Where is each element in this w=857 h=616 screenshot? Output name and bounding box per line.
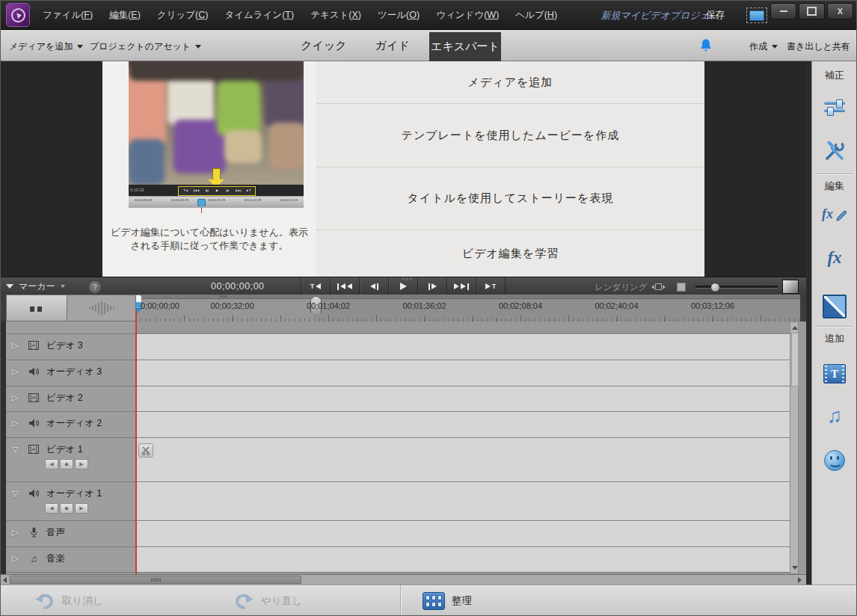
track-lane-3[interactable]	[136, 412, 790, 438]
scroll-right-icon[interactable]	[795, 575, 805, 585]
zoom-slider-knob[interactable]	[710, 283, 720, 292]
step-back-button[interactable]	[360, 277, 389, 295]
redo-button[interactable]: やり直し	[233, 585, 302, 616]
fx-edit-icon[interactable]: fx	[812, 206, 857, 226]
timeline-ruler[interactable]: 0;00;00;0000;00;32;0000;01;04;0200;01;36…	[136, 295, 800, 321]
menu-item-F[interactable]: ファイル(F)	[34, 9, 101, 22]
minimize-button[interactable]	[770, 3, 796, 19]
expand-track-icon[interactable]: ▷	[12, 341, 21, 351]
undo-button[interactable]: 取り消し	[34, 585, 103, 616]
track-display-settings-button[interactable]	[6, 295, 67, 321]
project-assets-dropdown[interactable]: プロジェクトのアセット	[90, 40, 201, 53]
add-keyframe-button[interactable]: ◆	[60, 503, 73, 514]
organize-label: 整理	[452, 594, 472, 608]
add-keyframe-button[interactable]: ◆	[60, 459, 73, 469]
expand-track-icon[interactable]: ▷	[12, 393, 21, 403]
fx-icon[interactable]: fx	[812, 248, 857, 268]
project-assets-label: プロジェクトのアセット	[90, 40, 191, 53]
scissors-split-button[interactable]	[138, 443, 153, 458]
help-button[interactable]: ?	[88, 280, 102, 294]
next-keyframe-button[interactable]: ▶	[75, 503, 88, 514]
collapse-track-icon[interactable]: ▽	[12, 489, 21, 499]
marker-dropdown[interactable]: マーカー	[6, 280, 65, 292]
expand-track-icon[interactable]: ▷	[12, 528, 21, 538]
export-share-button[interactable]: 書き出しと共有	[787, 40, 850, 53]
scroll-down-icon[interactable]	[792, 566, 798, 570]
close-button[interactable]: X	[827, 3, 853, 19]
menu-item-C[interactable]: クリップ(C)	[149, 9, 217, 22]
horizontal-scrollbar[interactable]	[0, 574, 806, 585]
ruler-grip-icon[interactable]	[220, 295, 227, 298]
prev-keyframe-button[interactable]: ◀	[45, 459, 58, 469]
vertical-scrollbar[interactable]	[790, 321, 799, 574]
expand-track-icon[interactable]: ▷	[12, 367, 21, 377]
expand-track-icon[interactable]: ▷	[12, 419, 21, 428]
graphics-icon[interactable]	[812, 450, 857, 471]
guide-option-3[interactable]: ビデオ編集を学習	[316, 230, 704, 277]
track-header-2: ▷ビデオ 2	[6, 386, 136, 412]
play-button[interactable]	[389, 277, 418, 295]
scroll-up-icon[interactable]	[792, 326, 798, 330]
timeline-zoom-slider[interactable]	[695, 286, 778, 289]
track-lane-7[interactable]	[136, 547, 790, 573]
zoom-out-icon[interactable]	[651, 283, 666, 290]
timeline-ruler-row: 0;00;00;0000;00;32;0000;01;04;0200;01;36…	[0, 295, 806, 321]
prev-keyframe-button[interactable]: ◀	[45, 503, 58, 514]
notifications-bell-icon[interactable]	[698, 38, 713, 53]
tutorial-timecode: 0:10:23	[130, 188, 144, 193]
skip-back-button[interactable]	[331, 277, 360, 295]
collapse-track-icon[interactable]: ▽	[12, 445, 21, 455]
next-keyframe-button[interactable]: ▶	[75, 459, 88, 469]
organize-button[interactable]: 整理	[423, 585, 472, 616]
track-lane-1[interactable]	[136, 360, 790, 386]
adjust-icon[interactable]	[812, 99, 857, 116]
guide-option-1[interactable]: テンプレートを使用したムービーを作成	[316, 104, 704, 167]
track-header-7: ▷♫音楽	[6, 547, 136, 573]
zoom-fit-button[interactable]	[782, 280, 799, 294]
maximize-button[interactable]	[799, 3, 825, 19]
ruler-label: 00;01;04;02	[295, 301, 362, 310]
track-lane-0[interactable]	[136, 334, 790, 360]
audio-waveform-view-button[interactable]	[67, 295, 136, 321]
menu-item-T[interactable]: タイムライン(T)	[216, 9, 302, 22]
vscroll-thumb[interactable]	[791, 333, 799, 386]
guide-option-0[interactable]: メディアを追加	[316, 61, 704, 104]
transition-icon[interactable]	[812, 295, 857, 318]
tools-icon[interactable]	[812, 140, 857, 162]
divider	[400, 585, 401, 616]
goto-out-button[interactable]: T	[476, 277, 506, 295]
music-icon[interactable]: ♫	[812, 406, 857, 426]
ruler-zoom-strip[interactable]	[136, 295, 800, 299]
expand-track-icon[interactable]: ▷	[12, 554, 21, 564]
guide-option-label: メディアを追加	[468, 76, 553, 90]
action-bar: メディアを追加 プロジェクトのアセット クイックガイドエキスパート 作成 書き出…	[0, 30, 857, 61]
track-lane-6[interactable]	[136, 521, 790, 547]
menu-item-E[interactable]: 編集(E)	[101, 9, 149, 22]
section-edit-label: 編集	[812, 179, 857, 193]
create-dropdown[interactable]: 作成	[749, 40, 778, 53]
track-lane-5[interactable]	[136, 482, 790, 521]
skip-forward-button[interactable]	[447, 277, 476, 295]
menu-item-O[interactable]: ツール(O)	[369, 9, 428, 22]
tab-0[interactable]: クイック	[298, 30, 350, 61]
guide-option-2[interactable]: タイトルを使用してストーリーを表現	[316, 167, 704, 230]
timeline-timecode[interactable]: 00;00;00;00	[211, 281, 265, 292]
menu-item-W[interactable]: ウィンドウ(W)	[428, 9, 507, 22]
step-forward-button[interactable]	[418, 277, 447, 295]
menu-item-X[interactable]: テキスト(X)	[302, 9, 369, 22]
dual-monitor-icon[interactable]	[746, 7, 767, 23]
scroll-left-icon[interactable]	[0, 575, 10, 585]
titles-icon[interactable]: T	[812, 364, 857, 384]
zoom-min-icon[interactable]	[677, 283, 686, 292]
goto-in-button[interactable]: T	[301, 277, 331, 295]
track-lane-2[interactable]	[136, 386, 790, 412]
tab-2[interactable]: エキスパート	[429, 32, 501, 61]
hscroll-thumb[interactable]	[10, 576, 301, 584]
save-button[interactable]: 保存	[706, 9, 725, 22]
add-media-label: メディアを追加	[9, 40, 73, 53]
add-media-dropdown[interactable]: メディアを追加	[9, 40, 83, 53]
track-lane-4[interactable]	[136, 438, 790, 482]
tab-1[interactable]: ガイド	[371, 30, 414, 61]
render-button[interactable]: レンダリング	[595, 282, 648, 293]
playhead-line[interactable]	[135, 309, 137, 574]
